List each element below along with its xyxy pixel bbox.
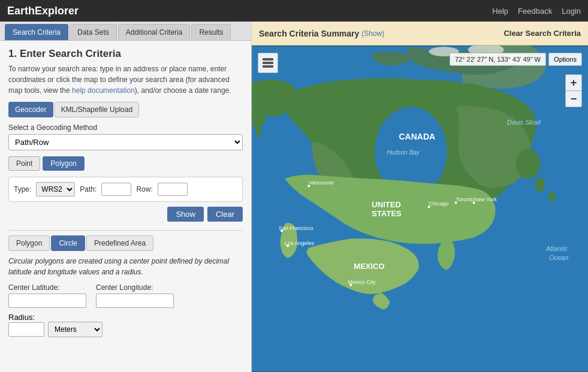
svg-point-21	[281, 230, 283, 232]
center-lat-field: Center Latitude:	[8, 283, 86, 308]
point-polygon-toggle: Point Polygon	[8, 156, 243, 171]
svg-text:UNITED: UNITED	[372, 200, 400, 209]
main-layout: Search Criteria Data Sets Additional Cri…	[0, 22, 588, 372]
top-navigation: EarthExplorer Help Feedback Login	[0, 0, 588, 22]
svg-point-17	[428, 205, 430, 208]
zoom-controls: + −	[565, 74, 582, 107]
svg-rect-34	[263, 65, 273, 68]
type-select[interactable]: WRS2 WRS1	[36, 182, 75, 196]
type-path-row: Type: WRS2 WRS1 Path: Row:	[8, 177, 243, 202]
bottom-tab-predefined[interactable]: Predefined Area	[86, 235, 153, 251]
svg-point-19	[473, 201, 475, 204]
type-label: Type:	[14, 185, 31, 193]
help-link[interactable]: Help	[492, 7, 508, 16]
center-lon-label: Center Longitude:	[96, 283, 174, 292]
path-label: Path:	[80, 185, 97, 193]
layers-icon	[262, 58, 274, 68]
svg-point-5	[535, 177, 545, 192]
coord-row: Center Latitude: Center Longitude:	[8, 283, 243, 308]
panel-content: 1. Enter Search Criteria To narrow your …	[0, 41, 251, 372]
svg-text:MEXICO: MEXICO	[354, 262, 384, 271]
map-options-button[interactable]: Options	[548, 53, 582, 66]
divider	[8, 230, 243, 231]
path-input[interactable]	[101, 183, 131, 196]
svg-text:CANADA: CANADA	[399, 132, 435, 141]
tab-data-sets[interactable]: Data Sets	[70, 24, 117, 40]
map-layers-button[interactable]	[258, 53, 278, 73]
left-panel: Search Criteria Data Sets Additional Cri…	[0, 22, 252, 372]
svg-text:Los Angeles: Los Angeles	[285, 240, 315, 246]
action-row: Show Clear	[8, 207, 243, 222]
clear-criteria-btn[interactable]: Clear Search Criteria	[503, 29, 581, 38]
clear-button[interactable]: Clear	[207, 207, 243, 222]
svg-text:San Francisco: San Francisco	[279, 225, 313, 231]
svg-text:STATES: STATES	[372, 209, 402, 218]
svg-point-15	[455, 201, 457, 204]
point-btn[interactable]: Point	[8, 156, 40, 171]
svg-point-6	[548, 192, 556, 201]
svg-text:New York: New York	[474, 196, 497, 202]
radius-unit-select[interactable]: Meters Kilometers Miles Feet	[48, 322, 102, 337]
radius-wrap: Radius: Meters Kilometers Miles Feet	[8, 313, 243, 337]
row-input[interactable]	[158, 183, 188, 196]
section-desc: To narrow your search area: type in an a…	[8, 63, 243, 96]
section-title: 1. Enter Search Criteria	[8, 48, 243, 60]
svg-rect-32	[263, 58, 273, 61]
show-link[interactable]: (Show)	[361, 29, 384, 38]
polygon-btn[interactable]: Polygon	[43, 156, 84, 171]
map-svg: Davis Strait Hudson Bay CANADA UNITED ST…	[252, 46, 588, 372]
tab-search-criteria[interactable]: Search Criteria	[5, 24, 68, 40]
map-top-bar: Search Criteria Summary (Show) Clear Sea…	[252, 22, 588, 46]
svg-text:Chicago: Chicago	[429, 201, 449, 207]
subtab-bar: Geocoder KML/Shapefile Upload	[8, 102, 243, 117]
zoom-in-button[interactable]: +	[565, 74, 582, 91]
circle-description: Circular polygons are created using a ce…	[8, 256, 243, 277]
radius-input[interactable]	[8, 322, 44, 337]
bottom-tab-circle[interactable]: Circle	[51, 235, 85, 251]
subtab-geocoder[interactable]: Geocoder	[8, 102, 53, 117]
main-tab-bar: Search Criteria Data Sets Additional Cri…	[0, 22, 251, 41]
app-title: EarthExplorer	[7, 5, 79, 17]
svg-point-23	[287, 245, 289, 247]
radius-inputs: Meters Kilometers Miles Feet	[8, 322, 243, 337]
center-lon-input[interactable]	[96, 294, 174, 308]
svg-text:Davis Strait: Davis Strait	[507, 119, 541, 126]
map-area[interactable]: Search Criteria Summary (Show) Clear Sea…	[252, 22, 588, 372]
center-lat-label: Center Latitude:	[8, 283, 86, 292]
radius-label: Radius:	[8, 313, 243, 322]
svg-text:Atlantic: Atlantic	[545, 245, 568, 252]
svg-text:Ocean: Ocean	[549, 254, 568, 261]
center-lon-field: Center Longitude:	[96, 283, 174, 308]
bottom-tab-bar: Polygon Circle Predefined Area	[8, 235, 243, 251]
svg-point-4	[516, 149, 540, 179]
svg-point-13	[307, 185, 310, 187]
svg-text:Vancouver: Vancouver	[309, 180, 334, 186]
subtab-kml[interactable]: KML/Shapefile Upload	[55, 102, 139, 117]
geocoding-label: Select a Geocoding Method	[8, 123, 243, 132]
feedback-link[interactable]: Feedback	[518, 7, 552, 16]
map-coordinates: 72° 22' 27" N, 133° 43' 49" W	[450, 53, 546, 66]
row-label: Row:	[136, 185, 152, 193]
zoom-out-button[interactable]: −	[565, 90, 582, 107]
show-button[interactable]: Show	[167, 207, 204, 222]
svg-text:Toronto: Toronto	[456, 196, 474, 202]
map-image: Davis Strait Hudson Bay CANADA UNITED ST…	[252, 46, 588, 372]
geocoding-method-select[interactable]: Path/Row Address/Place Features Predefin…	[8, 134, 243, 150]
svg-point-26	[349, 284, 352, 286]
svg-rect-33	[263, 62, 273, 64]
svg-text:Mexico City: Mexico City	[348, 279, 376, 285]
bottom-tab-polygon[interactable]: Polygon	[8, 235, 50, 251]
login-link[interactable]: Login	[562, 7, 581, 16]
summary-title: Search Criteria Summary	[259, 29, 359, 38]
svg-text:Hudson Bay: Hudson Bay	[387, 149, 420, 156]
nav-links: Help Feedback Login	[492, 7, 581, 16]
tab-additional-criteria[interactable]: Additional Criteria	[118, 24, 191, 40]
center-lat-input[interactable]	[8, 294, 86, 308]
tab-results[interactable]: Results	[191, 24, 231, 40]
help-doc-link[interactable]: help documentation	[72, 86, 135, 95]
